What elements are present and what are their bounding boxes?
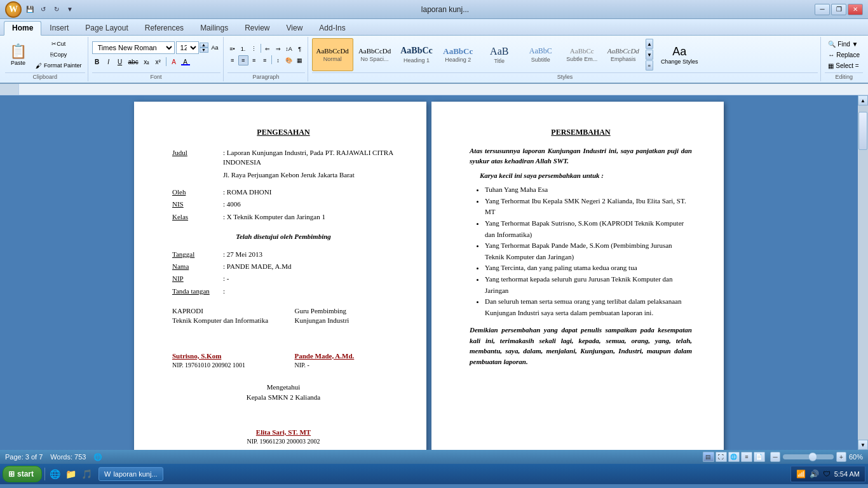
format-painter-button[interactable]: 🖌 Format Painter [32,60,85,71]
editing-group: 🔍 Find ▼ ↔ Replace ▦ Select = Editing [822,37,865,81]
change-styles-button[interactable]: Aa Change Styles [658,43,702,67]
tab-insert[interactable]: Insert [41,21,77,35]
nis-field: NIS : 4006 [172,200,395,209]
tab-references[interactable]: References [137,21,192,35]
strikethrough-btn[interactable]: abc [126,57,140,67]
copy-button[interactable]: ⎘ Copy [32,50,85,60]
style-subtle-em[interactable]: AaBbCc Subtle Em... [562,38,602,71]
style-normal[interactable]: AaBbCcDd Normal [312,38,353,71]
subscript-btn[interactable]: x₂ [142,57,152,67]
customize-quick-btn[interactable]: ▼ [64,4,76,15]
style-emphasis[interactable]: AaBbCcDd Emphasis [603,38,644,71]
font-size-select[interactable]: 12 [176,41,199,54]
para-row-1: ≡• 1. ⋮ ⇐ ⇒ ↕A ¶ [227,44,305,54]
style-subtitle[interactable]: AaBbC Subtitle [520,38,561,71]
status-right: ▤ ⛶ 🌐 ≡ 📄 ─ + 60% [703,452,863,462]
zoom-in-btn[interactable]: + [836,452,846,462]
zoom-slider[interactable] [783,454,834,459]
superscript-btn[interactable]: x² [153,57,163,67]
scroll-thumb[interactable] [858,112,867,150]
document-container: PENGESAHAN Judul : Laporan Kunjungan Ind… [0,95,868,450]
show-formatting-btn[interactable]: ¶ [295,44,305,54]
tab-mailings[interactable]: Mailings [192,21,236,35]
persembahan-list: Tuhan Yang Maha Esa Yang Terhormat Ibu K… [485,184,692,318]
minimize-btn[interactable]: ─ [815,4,830,15]
tab-view[interactable]: View [278,21,311,35]
underline-btn[interactable]: U [115,57,125,67]
borders-btn[interactable]: ▦ [295,55,305,65]
align-right-btn[interactable]: ≡ [249,55,259,65]
highlight-btn[interactable]: A [180,57,191,67]
bold-btn[interactable]: B [92,57,102,67]
page2-title: PERSEMBAHAN [470,127,692,138]
shading-btn[interactable]: 🎨 [284,55,294,65]
select-button[interactable]: ▦ Select = [825,61,863,71]
taskbar-media-icon[interactable]: 🎵 [79,467,93,481]
tab-home[interactable]: Home [4,21,41,36]
paste-icon: 📋 [10,43,27,60]
styles-scroll-down[interactable]: ▼ [646,50,653,60]
font-name-select[interactable]: Times New Roman [92,41,175,54]
decrease-indent-btn[interactable]: ⇐ [262,44,273,54]
style-subtle-em-label: Subtle Em... [566,56,597,62]
close-btn[interactable]: ✕ [848,4,863,15]
align-center-btn[interactable]: ≡ [238,55,248,65]
paragraph-group: ≡• 1. ⋮ ⇐ ⇒ ↕A ¶ ≡ ≡ ≡ ≡ ↕ 🎨 [225,37,308,81]
clipboard-label: Clipboard [5,72,85,80]
nip-label: NIP [172,274,217,283]
font-size-down-btn[interactable]: ▼ [200,48,208,53]
save-quick-btn[interactable]: 💾 [24,4,36,15]
tab-addins[interactable]: Add-Ins [311,21,353,35]
tab-page-layout[interactable]: Page Layout [77,21,136,35]
undo-quick-btn[interactable]: ↺ [37,4,49,15]
style-title[interactable]: AaB Title [479,38,520,71]
taskbar-ie-icon[interactable]: 🌐 [48,467,62,481]
view-draft-btn[interactable]: 📄 [754,452,765,462]
taskbar-word-app[interactable]: W laporan kunj... [98,467,163,481]
zoom-out-btn[interactable]: ─ [770,452,780,462]
style-heading1[interactable]: AaBbCc Heading 1 [396,38,437,71]
paste-button[interactable]: 📋 Paste [5,41,31,68]
zoom-slider-thumb[interactable] [808,452,817,461]
tab-review[interactable]: Review [236,21,278,35]
office-button[interactable]: W [5,1,22,18]
view-web-btn[interactable]: 🌐 [728,452,740,462]
list-item-7: Dan seluruh teman serta semua orang yang… [485,296,692,318]
align-left-btn[interactable]: ≡ [227,55,238,65]
increase-indent-btn[interactable]: ⇒ [273,44,283,54]
style-title-preview: AaB [490,45,508,57]
styles-scroll-up[interactable]: ▲ [646,39,653,49]
oleh-value: : ROMA DHONI [223,187,395,197]
italic-btn[interactable]: I [104,57,114,67]
numbering-btn[interactable]: 1. [238,44,248,54]
line-spacing-btn[interactable]: ↕ [273,55,283,65]
sort-btn[interactable]: ↕A [284,44,294,54]
view-outline-btn[interactable]: ≡ [741,452,752,462]
select-label: Select = [836,62,858,69]
clear-format-btn[interactable]: Aa [210,43,220,53]
restore-btn[interactable]: ❐ [831,4,846,15]
find-button[interactable]: 🔍 Find ▼ [825,39,863,49]
replace-button[interactable]: ↔ Replace [825,50,863,60]
multilevel-btn[interactable]: ⋮ [249,44,259,54]
styles-more[interactable]: ≡ [646,60,653,71]
style-nospacing[interactable]: AaBbCcDd No Spaci... [354,38,395,71]
ttd-field: Tanda tangan : [172,287,395,296]
scroll-track[interactable] [858,105,868,440]
bullets-btn[interactable]: ≡• [227,44,238,54]
redo-quick-btn[interactable]: ↻ [51,4,62,15]
justify-btn[interactable]: ≡ [260,55,270,65]
start-icon: ⊞ [8,470,15,478]
list-item-5: Yang Tercinta, dan yang paling utama ked… [485,262,692,274]
font-size-up-btn[interactable]: ▲ [200,43,208,48]
taskbar-folder-icon[interactable]: 📁 [64,467,78,481]
view-print-btn[interactable]: ▤ [703,452,714,462]
scroll-down-btn[interactable]: ▼ [858,440,868,450]
sig-right-title: Guru Pembimbing Kunjungan Industri [295,306,395,326]
view-full-btn[interactable]: ⛶ [715,452,727,462]
style-heading2[interactable]: AaBbCc Heading 2 [438,38,478,71]
text-effect-btn[interactable]: A [169,57,179,67]
cut-button[interactable]: ✂ Cut [32,39,85,49]
start-button[interactable]: ⊞ start [3,466,42,482]
scroll-up-btn[interactable]: ▲ [858,95,868,105]
